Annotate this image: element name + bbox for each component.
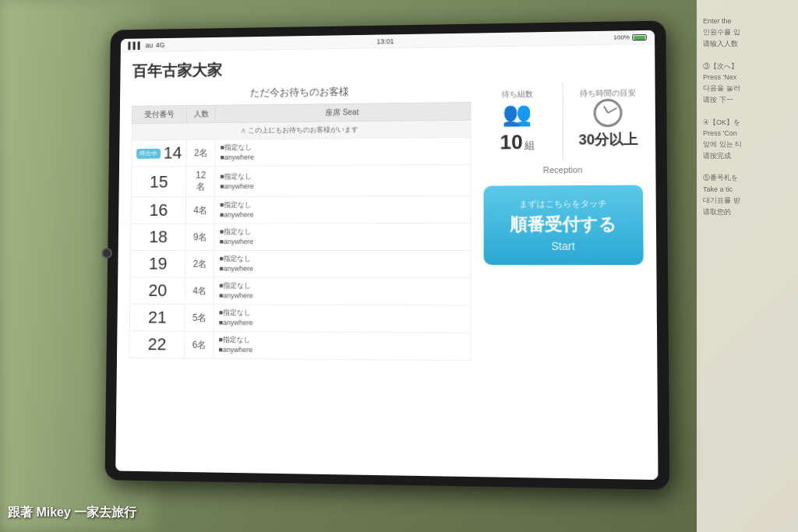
table-row: 20 4名 ■指定なし ■anywhere	[130, 277, 471, 305]
table-row: 19 2名 ■指定なし ■anywhere	[130, 250, 471, 277]
table-row: 18 9名 ■指定なし ■anywhere	[131, 223, 471, 250]
wait-label: 待ち時間の目安	[580, 87, 636, 99]
app-content: 百年古家大家 ただ今お待ちのお客様 受付番号 人数 座席 Seat	[115, 44, 658, 480]
status-right: 100%	[613, 33, 647, 41]
queue-table: 受付番号 人数 座席 Seat ∧ この上にもお待ちのお客様がいます	[129, 102, 471, 361]
stats-section: 待ち組数 👥 10 組 待ち時間の目安	[483, 81, 644, 470]
network-label: 4G	[156, 41, 165, 48]
clock-icon	[594, 99, 623, 128]
ticket-number: 18	[131, 224, 186, 250]
watermark: 跟著 Mikey 一家去旅行	[8, 505, 136, 521]
seat-info: ■指定なし ■anywhere	[214, 223, 471, 250]
ticket-number: 21	[129, 304, 185, 331]
tablet-camera	[101, 248, 112, 259]
wait-stat-box: 待ち時間の目安 30分以上	[574, 81, 642, 160]
ticket-number: 16	[131, 197, 186, 224]
start-button[interactable]: まずはこちらをタッチ 順番受付する Start	[484, 185, 644, 266]
stat-divider	[562, 83, 563, 160]
people-count: 4名	[185, 277, 214, 305]
groups-label: 待ち組数	[501, 89, 533, 100]
people-icon: 👥	[503, 100, 532, 127]
start-button-main-text: 順番受付する	[510, 213, 616, 237]
col-ticket: 受付番号	[132, 106, 187, 124]
queue-heading: ただ今お待ちのお客様	[132, 83, 471, 101]
table-row: 呼出中 14 2名 ■指定なし ■anywhere	[132, 137, 471, 167]
ticket-number: 呼出中 14	[132, 139, 187, 167]
people-count: 12名	[186, 166, 215, 196]
right-instruction-panel: Enter the 인원수를 입 请输入人数 ③【次へ】 Press 'Nex …	[697, 0, 798, 532]
table-row: 15 12名 ■指定なし ■anywhere	[131, 164, 471, 197]
app-title: 百年古家大家	[132, 54, 642, 82]
people-count: 4名	[186, 197, 215, 224]
people-count: 5名	[185, 305, 214, 332]
seat-info: ■指定なし ■anywhere	[215, 164, 471, 196]
people-count: 2名	[185, 251, 214, 278]
stats-row: 待ち組数 👥 10 組 待ち時間の目安	[483, 81, 642, 160]
carrier-label: au	[145, 41, 153, 49]
seat-info: ■指定なし ■anywhere	[214, 331, 471, 360]
start-button-top-text: まずはこちらをタッチ	[519, 198, 607, 210]
seat-info: ■指定なし ■anywhere	[215, 137, 471, 166]
groups-stat-box: 待ち組数 👥 10 組	[483, 83, 551, 161]
col-people: 人数	[187, 105, 216, 123]
status-time: 13:01	[376, 37, 394, 45]
people-count: 2名	[186, 139, 215, 167]
seat-info: ■指定なし ■anywhere	[214, 277, 471, 305]
battery-label: 100%	[613, 33, 630, 41]
table-row: 16 4名 ■指定なし ■anywhere	[131, 196, 471, 224]
start-button-sub-text: Start	[551, 240, 574, 252]
status-left: ▌▌▌ au 4G	[128, 41, 164, 48]
wait-value: 30分以上	[579, 130, 638, 150]
ticket-number: 19	[130, 251, 185, 277]
ticket-number: 15	[131, 167, 186, 197]
seat-info: ■指定なし ■anywhere	[214, 250, 471, 277]
col-seat: 座席 Seat	[216, 102, 471, 122]
groups-value: 10	[500, 130, 522, 154]
queue-section: ただ今お待ちのお客様 受付番号 人数 座席 Seat ∧ この上にもお待ちのお客…	[128, 83, 471, 467]
content-area: ただ今お待ちのお客様 受付番号 人数 座席 Seat ∧ この上にもお待ちのお客…	[128, 81, 645, 470]
battery-icon	[632, 33, 647, 40]
ticket-number: 20	[130, 277, 185, 305]
seat-info: ■指定なし ■anywhere	[214, 305, 471, 333]
reception-label: Reception	[484, 164, 643, 174]
people-count: 6名	[185, 331, 214, 358]
table-row: 21 5名 ■指定なし ■anywhere	[129, 304, 471, 333]
people-count: 9名	[185, 224, 214, 251]
groups-unit: 組	[524, 139, 535, 153]
seat-info: ■指定なし ■anywhere	[215, 196, 471, 224]
table-row: 22 6名 ■指定なし ■anywhere	[129, 331, 471, 361]
calling-badge: 呼出中	[136, 148, 161, 158]
ticket-number: 22	[129, 331, 185, 358]
right-panel-text: Enter the 인원수를 입 请输入人数 ③【次へ】 Press 'Nex …	[703, 16, 792, 217]
tablet-screen: ▌▌▌ au 4G 13:01 100% 百年古家大家 ただ今お待ちのお客様	[115, 30, 658, 480]
signal-icon: ▌▌▌	[128, 41, 142, 49]
tablet-frame: ▌▌▌ au 4G 13:01 100% 百年古家大家 ただ今お待ちのお客様	[105, 20, 670, 489]
